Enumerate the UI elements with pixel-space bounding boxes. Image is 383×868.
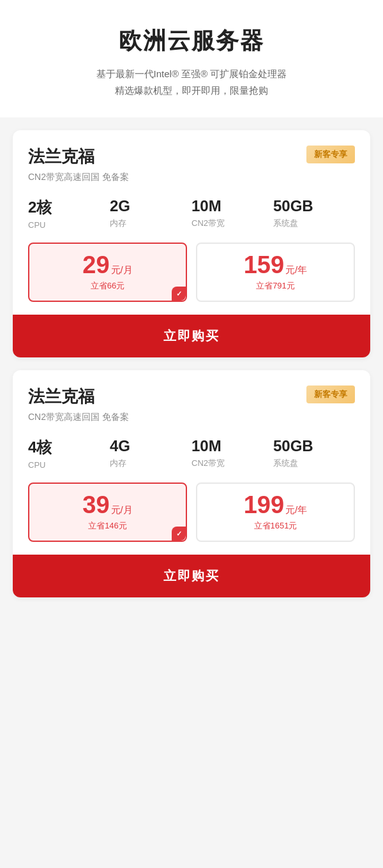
page-subtitle: 基于最新一代Intel® 至强® 可扩展铂金处理器 精选爆款机型，即开即用，限量… [19, 66, 364, 98]
cards-container: 法兰克福新客专享CN2带宽高速回国 免备案2核CPU2G内存10MCN2带宽50… [0, 117, 383, 610]
new-customer-badge-1: 新客专享 [306, 146, 355, 163]
page-title: 欧洲云服务器 [19, 26, 364, 57]
specs-row-1: 2核CPU2G内存10MCN2带宽50GB系统盘 [28, 197, 355, 230]
pricing-row-1: 29元/月立省66元✓159元/年立省791元 [28, 243, 355, 302]
spec-item-1-2: 2G内存 [110, 197, 192, 230]
server-card-2: 法兰克福新客专享CN2带宽高速回国 免备案4核CPU4G内存10MCN2带宽50… [13, 370, 370, 597]
spec-label-1-1: CPU [28, 220, 110, 230]
subtitle-line2: 精选爆款机型，即开即用，限量抢购 [115, 85, 268, 96]
spec-label-2-1: CPU [28, 460, 110, 470]
buy-button-1[interactable]: 立即购买 [13, 315, 370, 357]
spec-value-2-4: 50GB [273, 437, 355, 455]
price-number-1-2: 159 [244, 253, 284, 277]
spec-label-1-3: CN2带宽 [192, 218, 273, 229]
buy-button-2[interactable]: 立即购买 [13, 555, 370, 597]
spec-value-2-1: 4核 [28, 437, 110, 458]
check-mark-icon: ✓ [176, 290, 182, 298]
card-desc-2: CN2带宽高速回国 免备案 [28, 412, 355, 423]
price-unit-2-2: 元/年 [285, 504, 307, 516]
spec-item-1-4: 50GB系统盘 [273, 197, 355, 230]
check-mark-icon: ✓ [176, 530, 182, 538]
price-unit-2-1: 元/月 [111, 504, 133, 516]
check-corner-2-1: ✓ [172, 527, 186, 541]
price-number-2-1: 39 [82, 493, 109, 517]
server-card-1: 法兰克福新客专享CN2带宽高速回国 免备案2核CPU2G内存10MCN2带宽50… [13, 130, 370, 357]
subtitle-line1: 基于最新一代Intel® 至强® 可扩展铂金处理器 [96, 68, 287, 79]
spec-value-1-3: 10M [192, 197, 273, 215]
spec-value-1-1: 2核 [28, 197, 110, 218]
price-main-2-1: 39元/月 [82, 493, 132, 517]
price-unit-1-2: 元/年 [285, 264, 307, 276]
price-box-2-2[interactable]: 199元/年立省1651元 [196, 483, 355, 542]
price-box-1-1[interactable]: 29元/月立省66元✓ [28, 243, 187, 302]
spec-value-1-2: 2G [110, 197, 192, 215]
price-main-1-2: 159元/年 [244, 253, 308, 277]
spec-label-1-2: 内存 [110, 218, 192, 229]
spec-item-1-3: 10MCN2带宽 [192, 197, 273, 230]
price-saving-1-2: 立省791元 [256, 280, 295, 292]
spec-label-2-4: 系统盘 [273, 458, 355, 469]
spec-item-2-4: 50GB系统盘 [273, 437, 355, 470]
price-number-2-2: 199 [244, 493, 284, 517]
price-saving-2-2: 立省1651元 [254, 520, 297, 532]
spec-label-2-2: 内存 [110, 458, 192, 469]
spec-value-2-3: 10M [192, 437, 273, 455]
price-main-1-1: 29元/月 [82, 253, 132, 277]
spec-label-2-3: CN2带宽 [192, 458, 273, 469]
spec-item-2-1: 4核CPU [28, 437, 110, 470]
page-header: 欧洲云服务器 基于最新一代Intel® 至强® 可扩展铂金处理器 精选爆款机型，… [0, 0, 383, 117]
card-desc-1: CN2带宽高速回国 免备案 [28, 172, 355, 183]
price-unit-1-1: 元/月 [111, 264, 133, 276]
spec-value-1-4: 50GB [273, 197, 355, 215]
spec-item-2-3: 10MCN2带宽 [192, 437, 273, 470]
price-saving-1-1: 立省66元 [91, 280, 124, 292]
price-box-1-2[interactable]: 159元/年立省791元 [196, 243, 355, 302]
price-number-1-1: 29 [82, 253, 109, 277]
specs-row-2: 4核CPU4G内存10MCN2带宽50GB系统盘 [28, 437, 355, 470]
new-customer-badge-2: 新客专享 [306, 385, 355, 403]
price-box-2-1[interactable]: 39元/月立省146元✓ [28, 483, 187, 542]
spec-item-2-2: 4G内存 [110, 437, 192, 470]
spec-item-1-1: 2核CPU [28, 197, 110, 230]
spec-label-1-4: 系统盘 [273, 218, 355, 229]
price-main-2-2: 199元/年 [244, 493, 308, 517]
card-location-2: 法兰克福 [28, 385, 94, 408]
pricing-row-2: 39元/月立省146元✓199元/年立省1651元 [28, 483, 355, 542]
price-saving-2-1: 立省146元 [88, 520, 127, 532]
spec-value-2-2: 4G [110, 437, 192, 455]
card-location-1: 法兰克福 [28, 146, 94, 168]
check-corner-1-1: ✓ [172, 287, 186, 301]
